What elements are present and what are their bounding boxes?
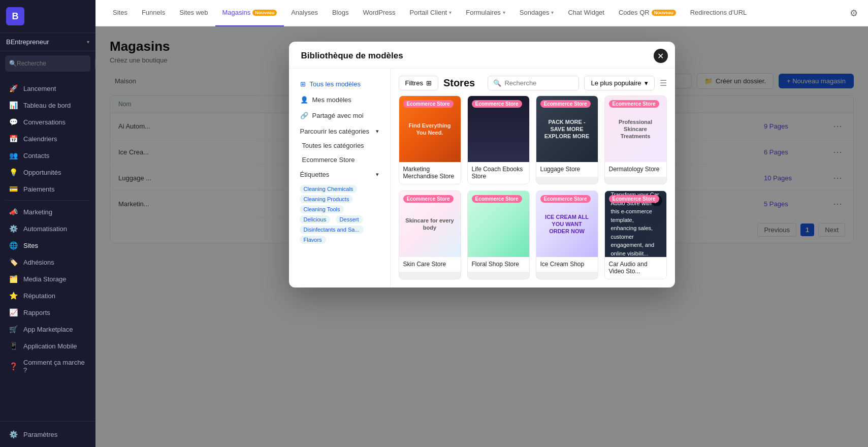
template-name: Floral Shop Store [468, 257, 529, 272]
topnav-sondages[interactable]: Sondages ▾ [512, 0, 561, 26]
chevron-down-icon: ▾ [87, 39, 89, 45]
sidebar-item-paiements[interactable]: 💳 Paiements [2, 181, 93, 197]
sidebar-item-app-marketplace[interactable]: 🛒 App Marketplace [2, 321, 93, 337]
modal-main: Filtres ⊞ Stores 🔍 Le plus populaire [391, 69, 675, 288]
main-content: Sites Funnels Sites web Magasins Nouveau… [95, 0, 868, 447]
help-icon: ❓ [9, 362, 18, 370]
template-card-skincare[interactable]: Skincare for every body Ecommerce Store … [399, 190, 461, 279]
sidebar-item-label: Lancement [23, 85, 86, 92]
tags-container: Cleaning Chemicals Cleaning Products Cle… [295, 182, 384, 247]
sidebar-item-tableau-de-bord[interactable]: 📊 Tableau de bord [2, 97, 93, 113]
modal-toolbar: Filtres ⊞ Stores 🔍 Le plus populaire [391, 69, 675, 95]
topnav-sites[interactable]: Sites [106, 0, 135, 26]
modal-header: Bibliothèque de modèles ✕ [289, 42, 675, 69]
template-card-floral[interactable]: Ecommerce Store Floral Shop Store [467, 190, 530, 279]
template-preview-text: Skincare for every body [405, 217, 455, 232]
opportunities-icon: 💡 [9, 168, 18, 176]
template-preview-text: ICE CREAM ALL YOU WANT ORDER NOW [542, 213, 592, 235]
all-categories-item[interactable]: Toutes les catégories [297, 139, 382, 152]
topnav-funnels[interactable]: Funnels [135, 0, 172, 26]
sidebar-item-label: Comment ça marche ? [23, 359, 86, 374]
template-card-life[interactable]: Ecommerce Store Life Coach Ebooks Store [467, 95, 530, 184]
sidebar-workspace[interactable]: BEntrepreneur ▾ [0, 33, 95, 51]
shared-button[interactable]: 🔗 Partagé avec moi [295, 108, 384, 123]
tag-dessert[interactable]: Dessert [336, 215, 363, 224]
contacts-icon: 👥 [9, 151, 18, 159]
filters-button[interactable]: Filtres ⊞ [399, 76, 438, 90]
categories-section: Toutes les catégories Ecommerce Store [295, 139, 384, 167]
modal-body: ⊞ Tous les modèles 👤 Mes modèles 🔗 Parta… [289, 69, 675, 288]
sidebar-item-opportunites[interactable]: 💡 Opportunités [2, 164, 93, 180]
sidebar-item-parametres[interactable]: ⚙️ Paramètres [2, 426, 93, 442]
sidebar-search-container: 🔍 ctrl K + [5, 55, 90, 72]
my-models-button[interactable]: 👤 Mes modèles [295, 92, 384, 107]
modal-close-button[interactable]: ✕ [654, 49, 668, 63]
sites-icon: 🌐 [9, 241, 18, 249]
template-grid: Find Everything You Need. Ecommerce Stor… [391, 95, 675, 288]
sidebar-item-label: Adhésions [23, 259, 86, 266]
tag-flavors[interactable]: Flavors [300, 236, 326, 244]
reputation-icon: ⭐ [9, 292, 18, 300]
dashboard-icon: 📊 [9, 101, 18, 109]
template-search-input[interactable] [504, 79, 570, 87]
sidebar-item-marketing[interactable]: 📣 Marketing [2, 204, 93, 220]
grid-view-icon[interactable]: ☰ [660, 78, 667, 88]
topnav-portail-client[interactable]: Portail Client ▾ [403, 0, 459, 26]
sidebar-item-contacts[interactable]: 👥 Contacts [2, 147, 93, 164]
sidebar-item-label: Calendriers [23, 135, 86, 143]
browse-categories-toggle[interactable]: Parcourir les catégories ▾ [295, 124, 384, 139]
sidebar-item-label: Automatisation [23, 225, 86, 233]
topnav-magasins[interactable]: Magasins Nouveau [215, 0, 284, 26]
tag-delicious[interactable]: Delicious [300, 215, 331, 224]
template-badge: Ecommerce Store [472, 195, 522, 203]
tag-cleaning-chemicals[interactable]: Cleaning Chemicals [300, 185, 358, 193]
template-badge: Ecommerce Store [472, 100, 522, 108]
template-name: Dermatology Store [605, 162, 666, 177]
sidebar-item-label: Sites [23, 242, 86, 249]
topnav-redirections-url[interactable]: Redirections d'URL [683, 0, 754, 26]
all-models-button[interactable]: ⊞ Tous les modèles [295, 77, 384, 91]
sidebar-item-adhesions[interactable]: 🏷️ Adhésions [2, 254, 93, 270]
topnav-wordpress[interactable]: WordPress [356, 0, 402, 26]
launch-icon: 🚀 [9, 84, 18, 92]
tag-disinfectants[interactable]: Disinfectants and Sa... [300, 226, 364, 234]
settings-gear-icon[interactable]: ⚙ [850, 8, 858, 19]
template-card-caraudio[interactable]: Transform your Car Audio Store with this… [604, 190, 667, 279]
sidebar-item-comment-ca-marche[interactable]: ❓ Comment ça marche ? [2, 355, 93, 378]
sidebar-item-sites[interactable]: 🌐 Sites [2, 237, 93, 253]
topnav-blogs[interactable]: Blogs [325, 0, 356, 26]
template-card-luggage[interactable]: PACK MORE - SAVE MORE EXPLORE MORE Ecomm… [536, 95, 598, 184]
sidebar-item-media-storage[interactable]: 🗂️ Media Storage [2, 271, 93, 287]
ecommerce-store-item[interactable]: Ecommerce Store [297, 153, 382, 167]
divider [5, 200, 90, 201]
search-input[interactable] [17, 60, 93, 67]
topnav-codes-qr[interactable]: Codes QR Nouveau [612, 0, 683, 26]
template-card-dermato[interactable]: Professional Skincare Treatments Ecommer… [604, 95, 667, 184]
sidebar-item-label: Paiements [23, 185, 86, 193]
automation-icon: ⚙️ [9, 225, 18, 233]
template-badge: Ecommerce Store [540, 100, 591, 108]
template-card-icecream[interactable]: ICE CREAM ALL YOU WANT ORDER NOW Ecommer… [536, 190, 598, 279]
sidebar-item-conversations[interactable]: 💬 Conversations [2, 114, 93, 130]
sidebar-item-application-mobile[interactable]: 📱 Application Mobile [2, 338, 93, 354]
tags-section-toggle[interactable]: Étiquettes ▾ [295, 167, 384, 182]
sidebar-item-lancement[interactable]: 🚀 Lancement [2, 80, 93, 97]
logo-icon: B [6, 7, 24, 25]
topnav-sites-web[interactable]: Sites web [172, 0, 215, 26]
topnav-chat-widget[interactable]: Chat Widget [561, 0, 612, 26]
sidebar-item-rapports[interactable]: 📈 Rapports [2, 304, 93, 321]
tag-cleaning-products[interactable]: Cleaning Products [300, 195, 353, 203]
template-name: Ice Cream Shop [536, 257, 598, 272]
sidebar-item-calendriers[interactable]: 📅 Calendriers [2, 131, 93, 147]
topnav-formulaires[interactable]: Formulaires ▾ [459, 0, 512, 26]
sidebar-item-reputation[interactable]: ⭐ Réputation [2, 288, 93, 304]
sidebar-item-automatisation[interactable]: ⚙️ Automatisation [2, 220, 93, 237]
chevron-down-icon: ▾ [503, 10, 505, 15]
sort-dropdown[interactable]: Le plus populaire ▾ [584, 76, 654, 90]
sidebar: B BEntrepreneur ▾ 🔍 ctrl K + 🚀 Lancement… [0, 0, 95, 447]
template-card-marketing[interactable]: Find Everything You Need. Ecommerce Stor… [399, 95, 461, 184]
tag-cleaning-tools[interactable]: Cleaning Tools [300, 205, 344, 213]
topnav-analyses[interactable]: Analyses [284, 0, 325, 26]
share-icon: 🔗 [300, 112, 308, 119]
sidebar-item-label: Conversations [23, 118, 86, 126]
